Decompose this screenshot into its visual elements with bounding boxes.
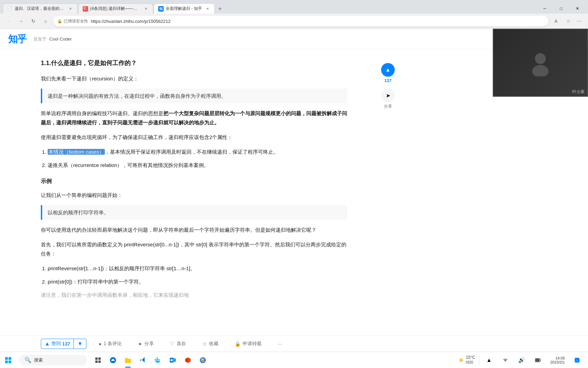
tab1-title: 递归、汉诺塔，最全面的讲解... [15,6,65,12]
like-btn-count: 137 [62,341,70,347]
wifi-icon [503,357,508,363]
sound-icon[interactable]: 🔊 [515,352,528,368]
chrome-icon-svg [199,356,207,364]
svg-rect-4 [5,361,8,363]
breadcrumb-prefix: 首发于 [33,36,47,42]
back-button[interactable]: ← [4,16,14,26]
site-logo[interactable]: 知乎 [8,33,27,46]
address-bar: ← → ↻ ⌂ 🔒 已增强安全性 https://zhuanlan.zhihu.… [0,14,588,29]
more-button[interactable]: ··· [274,339,286,349]
taskbar: 🔍 搜索 [0,352,588,368]
taskbar-search[interactable]: 🔍 搜索 [19,355,87,365]
tab-bar: 📄 递归、汉诺塔，最全面的讲解... ✕ C (4条消息) 递归详解——让你真正… [0,0,588,14]
tab-2[interactable]: C (4条消息) 递归详解——让你真正... ✕ [78,3,153,14]
list-item-1: 本情况（bottom cases），基本情况用于保证程序调用及时返回，不在继续递… [48,147,347,156]
para7: 请注意，我们在第一步中调用函数本身，相应地，它来实现递归地 [41,290,347,300]
like-action[interactable]: ▲ 137 [381,63,395,83]
heart-icon: ♡ [170,341,175,347]
refresh-button[interactable]: ↻ [29,16,38,26]
explorer-icon[interactable] [121,352,135,368]
svg-text:1: 1 [576,359,578,362]
lock-icon-btn[interactable]: 🔒 申请转载 [231,339,266,349]
tab2-close[interactable]: ✕ [143,6,149,12]
comment-label: 1 条评论 [104,341,122,347]
docker-icon [154,356,162,364]
edge-icon [109,356,117,364]
notifications-button[interactable]: 1 [570,352,584,368]
edge-browser-icon[interactable] [106,352,120,368]
favorites-button[interactable]: ☆ [564,16,573,26]
search-label: 搜索 [34,357,43,363]
tab1-close[interactable]: ✕ [68,6,73,12]
chrome-icon[interactable] [196,352,210,368]
minimize-button[interactable]: ─ [537,3,553,14]
url-bar[interactable]: 🔒 已增强安全性 https://zhuanlan.zhihu.com/p/15… [53,16,549,27]
collect-label: 收藏 [209,341,218,347]
system-clock[interactable]: 14:05 2023/2/1 [548,356,568,364]
windows-logo-icon [5,357,12,364]
tab3-title: 全面理解递归 - 知乎 [166,6,202,12]
outlook-icon[interactable] [166,352,180,368]
clock-time: 14:05 [555,356,565,360]
taskview-button[interactable] [91,352,105,368]
like-down-button[interactable]: ▼ [74,339,86,349]
settings-icon[interactable]: ⋯ [574,16,584,26]
article-content: 1.1.什么是递归，它是如何工作的？ 我们先来看一下递归（recursion）的… [0,49,374,352]
window-controls: ─ □ ✕ [537,3,585,14]
chevron-up-icon[interactable]: ▲ [482,352,496,368]
forward-button[interactable]: → [16,16,26,26]
video-feed [493,29,587,96]
system-tray: ☀️ 15°C 晴朗 ▲ 🔊 14:05 2023/2 [451,352,588,368]
app5-icon[interactable] [151,352,165,368]
network-icon[interactable] [499,352,512,368]
url-text: https://zhuanlan.zhihu.com/p/150562212 [91,19,170,24]
svg-rect-10 [155,359,156,361]
para4: 让我们从一个简单的编程问题开始： [41,190,347,200]
close-button[interactable]: ✕ [570,3,585,14]
comment-button[interactable]: ● 1 条评论 [95,339,126,349]
tab-3[interactable]: 知 全面理解递归 - 知乎 ✕ [154,3,215,14]
share-button[interactable]: ➤ 分享 [134,339,158,349]
weather-widget[interactable]: ☀️ 15°C 晴朗 [455,355,479,365]
like-button[interactable]: ▲ 赞同 137 [41,339,74,349]
battery-icon [531,352,545,368]
para5: 你可以使用迭代的办法轻而易举地解决这个问题，即从字符串的最后一个字符开始遍历字符… [41,225,347,234]
share-icon2: ➤ [138,341,142,347]
video-overlay: 叶士家 [493,29,588,97]
collect-button[interactable]: ☆ 收藏 [198,339,223,349]
security-icon: 🔒 [57,19,62,24]
svg-rect-3 [9,357,11,360]
office-icon[interactable] [181,352,195,368]
share-action[interactable]: ➤ 分享 [381,89,395,109]
weather-icon: ☀️ [459,358,464,363]
svg-rect-21 [540,359,541,361]
thanks-label: 喜欢 [177,341,186,347]
new-tab-button[interactable]: + [215,4,225,14]
svg-point-0 [535,53,546,64]
blockquote1: 递归是一种解决问题的有效方法，在递归过程中，函数将自身作为子程序调用。 [41,89,347,103]
vscode-icon[interactable] [136,352,150,368]
vscode-icon-svg [139,356,147,364]
like-btn-label: 赞同 [51,341,61,347]
svg-point-16 [170,359,173,361]
comment-icon: ● [99,341,101,347]
search-icon: 🔍 [24,357,31,363]
section-title: 1.1.什么是递归，它是如何工作的？ [41,58,347,68]
tab3-close[interactable]: ✕ [205,6,210,12]
svg-rect-8 [95,361,98,363]
battery-icon-svg [535,358,541,362]
start-button[interactable] [0,352,16,368]
taskbar-pinned-apps [91,352,210,368]
tab-1[interactable]: 📄 递归、汉诺塔，最全面的讲解... ✕ [3,3,78,14]
step-1: printReverse(str[1…n-1])：以相反的顺序打印字符串 str… [48,264,347,273]
blockquote1-text: 递归是一种解决问题的有效方法，在递归过程中，函数将自身作为子程序调用。 [48,93,226,99]
thanks-button[interactable]: ♡ 喜欢 [166,339,190,349]
svg-rect-5 [9,361,11,363]
breadcrumb-author[interactable]: Cool Coder [49,36,72,42]
video-label: 叶士家 [572,89,585,95]
home-button[interactable]: ⌂ [41,16,50,26]
extensions-button[interactable]: A [551,16,561,26]
like-count: 137 [384,78,392,83]
maximize-button[interactable]: □ [553,3,569,14]
svg-rect-9 [98,361,101,363]
